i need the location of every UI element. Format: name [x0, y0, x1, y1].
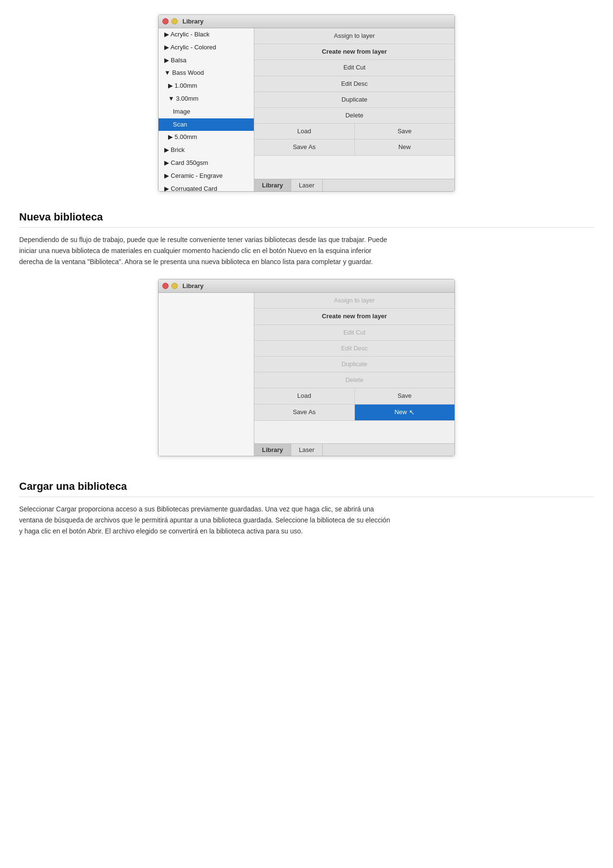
new-button-1[interactable]: New [355, 139, 455, 155]
library-window-2: Library Assign to layer Create new from … [158, 279, 455, 456]
library-tree-item[interactable]: ▶ Card 350gsm [159, 157, 254, 170]
library-tree-item[interactable]: ▶ 1.00mm [159, 80, 254, 93]
load-save-row-2: Load Save [254, 388, 454, 404]
library-tree-item[interactable]: ▶ Balsa [159, 54, 254, 67]
titlebar-2: Library [159, 279, 454, 293]
library-tree-item[interactable]: ▶ Acrylic - Colored [159, 41, 254, 54]
create-new-from-layer-button-2[interactable]: Create new from layer [254, 309, 454, 324]
load-button-1[interactable]: Load [254, 124, 355, 139]
tabs-2: Library Laser [254, 443, 454, 456]
library-tree-item[interactable]: ▶ 5.00mm [159, 131, 254, 144]
minimize-button-2[interactable] [171, 283, 178, 289]
edit-cut-button-1[interactable]: Edit Cut [254, 60, 454, 76]
saveas-new-row-2: Save As New ↖ [254, 405, 454, 421]
library-tree-item[interactable]: ▼ 3.00mm [159, 93, 254, 105]
duplicate-button-1[interactable]: Duplicate [254, 92, 454, 108]
window-title-2: Library [182, 282, 204, 289]
save-as-button-2[interactable]: Save As [254, 405, 355, 421]
window-title-1: Library [182, 18, 204, 25]
new-button-2[interactable]: New ↖ [355, 405, 455, 421]
section-text-2: Seleccionar Cargar proporciona acceso a … [19, 504, 393, 537]
edit-desc-button-1[interactable]: Edit Desc [254, 76, 454, 92]
assign-to-layer-button-2[interactable]: Assign to layer [254, 293, 454, 309]
library-tree-item[interactable]: ▶ Acrylic - Black [159, 28, 254, 41]
library-tree-item[interactable]: ▶ Brick [159, 144, 254, 157]
load-save-row-1: Load Save [254, 124, 454, 139]
material-tree-1[interactable]: ▶ Acrylic - Black▶ Acrylic - Colored▶ Ba… [159, 28, 254, 191]
create-new-from-layer-button-1[interactable]: Create new from layer [254, 44, 454, 60]
edit-desc-button-2[interactable]: Edit Desc [254, 341, 454, 357]
library-tree-item[interactable]: ▶ Ceramic - Engrave [159, 170, 254, 183]
save-as-button-1[interactable]: Save As [254, 139, 355, 155]
action-panel-2: Assign to layer Create new from layer Ed… [254, 293, 454, 456]
action-panel-1: Assign to layer Create new from layer Ed… [254, 28, 454, 191]
minimize-button-1[interactable] [171, 18, 178, 24]
section-title-1: Nueva biblioteca [19, 211, 594, 228]
section-nueva-biblioteca: Nueva biblioteca Dependiendo de su flujo… [19, 211, 594, 456]
library-body-1: ▶ Acrylic - Black▶ Acrylic - Colored▶ Ba… [159, 28, 454, 191]
delete-button-1[interactable]: Delete [254, 108, 454, 124]
tab-library-1[interactable]: Library [254, 179, 291, 191]
save-button-2[interactable]: Save [355, 388, 455, 404]
close-button-1[interactable] [162, 18, 169, 24]
close-button-2[interactable] [162, 283, 169, 289]
library-tree-item[interactable]: ▼ Bass Wood [159, 67, 254, 80]
delete-button-2[interactable]: Delete [254, 372, 454, 388]
tab-library-2[interactable]: Library [254, 444, 291, 456]
tabs-1: Library Laser [254, 179, 454, 191]
tab-laser-2[interactable]: Laser [291, 444, 323, 456]
library-tree-item[interactable]: Scan [159, 118, 254, 131]
material-tree-2[interactable] [159, 293, 254, 456]
assign-to-layer-button-1[interactable]: Assign to layer [254, 28, 454, 44]
library-tree-item[interactable]: Image [159, 105, 254, 118]
titlebar-1: Library [159, 15, 454, 28]
save-button-1[interactable]: Save [355, 124, 455, 139]
cursor-icon: ↖ [409, 408, 415, 417]
section-title-2: Cargar una biblioteca [19, 480, 594, 497]
section-cargar-biblioteca: Cargar una biblioteca Seleccionar Cargar… [19, 480, 594, 537]
tab-laser-1[interactable]: Laser [291, 179, 323, 191]
load-button-2[interactable]: Load [254, 388, 355, 404]
edit-cut-button-2[interactable]: Edit Cut [254, 325, 454, 341]
section-text-1: Dependiendo de su flujo de trabajo, pued… [19, 234, 393, 267]
duplicate-button-2[interactable]: Duplicate [254, 357, 454, 372]
library-body-2: Assign to layer Create new from layer Ed… [159, 293, 454, 456]
library-tree-item[interactable]: ▶ Corrugated Card [159, 183, 254, 191]
saveas-new-row-1: Save As New [254, 139, 454, 155]
library-window-1: Library ▶ Acrylic - Black▶ Acrylic - Col… [158, 14, 455, 192]
